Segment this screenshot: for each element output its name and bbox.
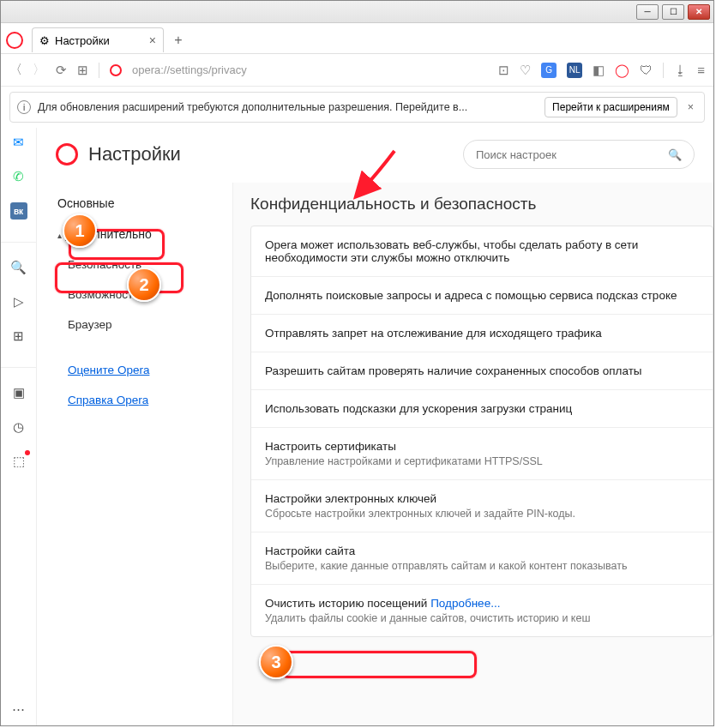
setting-clear-browsing-data[interactable]: Очистить историю посещений Подробнее... …: [251, 585, 713, 636]
opera-extension-icon[interactable]: ◯: [615, 63, 629, 78]
settings-nav: Основные Дополнительно Безопасность Возм…: [37, 183, 232, 725]
sidebar-rail: ✉ ✆ вк 🔍 ▷ ⊞ ▣ ◷ ⬚ ⋯: [1, 128, 37, 725]
divider: [663, 63, 664, 78]
extensions-infobar: i Для обновления расширений требуются до…: [9, 92, 705, 123]
divider: [99, 63, 99, 78]
gear-icon: ⚙: [39, 34, 50, 47]
info-icon: i: [17, 100, 31, 114]
window-close-button[interactable]: ✕: [688, 4, 710, 20]
vk-icon[interactable]: вк: [9, 202, 28, 220]
personal-news-icon[interactable]: ▷: [9, 292, 28, 311]
nav-forward-icon: 〉: [33, 62, 45, 78]
window-minimize-button[interactable]: ─: [636, 4, 659, 20]
bookmarks-rail-icon[interactable]: ▣: [9, 383, 28, 402]
nav-rate-opera[interactable]: Оцените Opera: [49, 355, 220, 385]
setting-do-not-track[interactable]: Отправлять запрет на отслеживание для ис…: [251, 315, 713, 352]
tab-title: Настройки: [55, 34, 110, 47]
nav-security[interactable]: Безопасность: [49, 250, 220, 280]
setting-security-keys[interactable]: Настройки электронных ключей Сбросьте на…: [251, 480, 713, 532]
nav-help-opera[interactable]: Справка Opera: [49, 385, 220, 415]
nav-browser[interactable]: Браузер: [49, 310, 220, 340]
speed-dial-icon[interactable]: ⊞: [77, 63, 88, 78]
bookmark-icon[interactable]: ♡: [520, 63, 531, 78]
window-maximize-button[interactable]: ☐: [662, 4, 684, 20]
new-tab-button[interactable]: +: [169, 31, 188, 50]
translate-extension-icon[interactable]: G: [541, 63, 557, 78]
extensions-rail-icon[interactable]: ⬚: [9, 452, 28, 471]
tab-close-icon[interactable]: ×: [149, 33, 156, 47]
shield-icon[interactable]: 🛡: [640, 63, 653, 77]
nl-extension-icon[interactable]: NL: [567, 63, 582, 78]
infobar-message: Для обновления расширений требуются допо…: [38, 101, 467, 113]
nav-advanced[interactable]: Дополнительно: [49, 219, 220, 250]
url-text[interactable]: opera://settings/privacy: [132, 63, 247, 76]
extension-icon[interactable]: ◧: [593, 63, 605, 78]
speed-dial-rail-icon[interactable]: ⊞: [9, 327, 28, 346]
page-title: Настройки: [88, 143, 181, 165]
settings-search-input[interactable]: [476, 148, 661, 161]
learn-more-link[interactable]: Подробнее...: [430, 597, 500, 610]
goto-extensions-button[interactable]: Перейти к расширениям: [545, 97, 677, 117]
sidebar-more-icon[interactable]: ⋯: [9, 700, 28, 719]
setting-certificates[interactable]: Настроить сертификаты Управление настрой…: [251, 428, 713, 480]
messenger-icon[interactable]: ✉: [9, 133, 28, 152]
section-title-privacy: Конфиденциальность и безопасность: [250, 195, 713, 214]
tab-bar: ⚙ Настройки × +: [1, 23, 713, 54]
opera-url-icon: [110, 64, 122, 76]
setting-payment-methods[interactable]: Разрешить сайтам проверять наличие сохра…: [251, 352, 713, 390]
tab-settings[interactable]: ⚙ Настройки ×: [32, 27, 164, 52]
address-bar: 〈 〉 ⟳ ⊞ opera://settings/privacy ⊡ ♡ G N…: [1, 54, 713, 87]
opera-logo-icon: [56, 143, 78, 165]
snapshot-icon[interactable]: ⊡: [498, 63, 509, 78]
settings-header: Настройки 🔍: [37, 128, 713, 183]
nav-features[interactable]: Возможности: [49, 280, 220, 310]
easy-setup-icon[interactable]: ≡: [697, 63, 705, 77]
history-icon[interactable]: ◷: [9, 418, 28, 436]
downloads-icon[interactable]: ⭳: [674, 63, 687, 77]
nav-basic[interactable]: Основные: [49, 188, 220, 219]
reload-icon[interactable]: ⟳: [56, 63, 67, 78]
setting-site-settings[interactable]: Настройки сайта Выберите, какие данные о…: [251, 532, 713, 585]
settings-search[interactable]: 🔍: [463, 140, 695, 169]
setting-web-services[interactable]: Opera может использовать веб-службы, что…: [251, 226, 713, 277]
nav-back-icon[interactable]: 〈: [9, 62, 22, 78]
infobar-dismiss-icon[interactable]: ×: [684, 101, 697, 113]
setting-page-preload[interactable]: Использовать подсказки для ускорения заг…: [251, 390, 713, 428]
whatsapp-icon[interactable]: ✆: [9, 167, 28, 186]
settings-main-panel: Конфиденциальность и безопасность Opera …: [232, 183, 713, 725]
privacy-settings-list: Opera может использовать веб-службы, что…: [250, 226, 713, 637]
opera-menu-icon[interactable]: [6, 32, 23, 49]
search-icon[interactable]: 🔍: [9, 258, 28, 277]
window-titlebar: ─ ☐ ✕: [1, 1, 713, 23]
setting-search-suggestions[interactable]: Дополнять поисковые запросы и адреса с п…: [251, 277, 713, 315]
search-input-icon: 🔍: [668, 148, 682, 161]
